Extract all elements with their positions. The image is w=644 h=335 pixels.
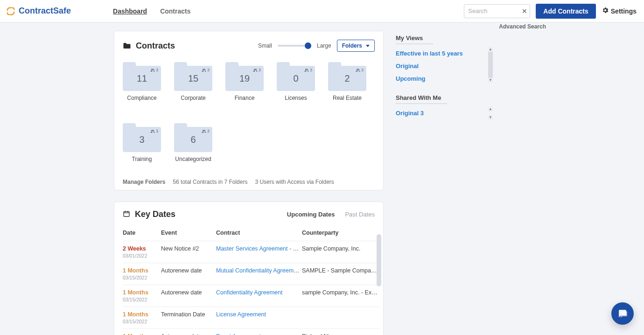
contracts-title: Contracts	[136, 41, 175, 51]
folder-label: Real Estate	[328, 95, 366, 101]
tab-upcoming-dates[interactable]: Upcoming Dates	[287, 211, 335, 218]
svg-rect-0	[124, 211, 129, 216]
folder-count: 6	[190, 134, 196, 145]
folder-shape: 153	[174, 62, 212, 91]
folder-label: Finance	[225, 95, 264, 101]
keydates-vscroll[interactable]	[377, 234, 381, 286]
cell-contract: Event Agreement	[216, 329, 302, 335]
scroll-down-icon[interactable]: ▼	[488, 78, 493, 83]
logo[interactable]: ContractSafe	[4, 6, 71, 16]
right-column: My Views Effective in last 5 yearsOrigin…	[396, 31, 493, 129]
scroll-thumb[interactable]	[488, 52, 493, 78]
nav-dashboard[interactable]: Dashboard	[113, 7, 147, 15]
folder-label: Training	[123, 156, 161, 162]
main: Contracts Small Large Folders 113Complia…	[0, 22, 644, 335]
folder-tile[interactable]: 33Training	[123, 123, 161, 170]
settings-link[interactable]: Settings	[602, 7, 637, 15]
scroll-up-icon[interactable]: ▲	[488, 107, 493, 112]
saved-view-link[interactable]: Effective in last 5 years	[396, 47, 486, 60]
folder-label: Licenses	[277, 95, 315, 101]
cell-date: 1 Months03/15/2022	[123, 307, 161, 329]
nav-contracts[interactable]: Contracts	[160, 7, 190, 15]
keydates-card: Key Dates Upcoming Dates Past Dates Date…	[114, 202, 384, 335]
contract-link[interactable]: Confidentiality Agreement	[216, 289, 282, 296]
folders-grid: 113Compliance153Corporate193Finance03Lic…	[123, 62, 375, 170]
folder-count: 19	[239, 73, 250, 84]
folders-dropdown[interactable]: Folders	[337, 40, 375, 52]
cell-contract: Confidentiality Agreement	[216, 285, 302, 307]
contract-link[interactable]: License Agreement	[216, 311, 266, 318]
col-event[interactable]: Event	[161, 224, 216, 241]
folder-tile[interactable]: 153Corporate	[174, 62, 212, 109]
folder-count: 0	[293, 73, 298, 84]
folder-tile[interactable]: 03Licenses	[277, 62, 315, 109]
keydates-table: Date Event Contract Counterparty 2 Weeks…	[123, 224, 380, 335]
header: ContractSafe Dashboard Contracts ✕ Add C…	[0, 0, 644, 22]
chat-bubble[interactable]	[611, 302, 634, 325]
cell-counterparty: SAMPLE - Sample Company, Inc.	[302, 263, 380, 285]
header-right: ✕ Add Contracts Settings	[464, 4, 637, 19]
folder-tile[interactable]: 63Uncategorized	[174, 123, 212, 170]
saved-view-link[interactable]: Original	[396, 60, 486, 72]
folder-users: 3	[253, 68, 261, 72]
cell-date: 1 Months03/15/2022	[123, 285, 161, 307]
folder-users: 3	[304, 68, 312, 72]
users-icon	[150, 68, 155, 72]
search-input[interactable]	[464, 4, 530, 18]
gear-icon	[602, 7, 609, 15]
users-icon	[304, 68, 309, 72]
my-views-section: My Views Effective in last 5 yearsOrigin…	[396, 35, 493, 85]
table-row: 1 Months03/15/2022Termination DateLicens…	[123, 307, 380, 329]
folder-tile[interactable]: 113Compliance	[123, 62, 161, 109]
folder-count: 2	[344, 73, 350, 84]
chat-icon	[617, 308, 628, 319]
size-slider[interactable]	[278, 45, 311, 47]
folder-label: Uncategorized	[174, 156, 212, 162]
folder-tile[interactable]: 193Finance	[225, 62, 264, 109]
search-clear-icon[interactable]: ✕	[522, 7, 527, 15]
shared-with-me-scroll[interactable]: ▲ ▼	[488, 107, 493, 120]
calendar-icon	[123, 210, 130, 219]
users-icon	[150, 129, 155, 133]
folder-count: 3	[139, 134, 144, 145]
contract-link[interactable]: Event Agreement	[216, 333, 261, 335]
add-contracts-button[interactable]: Add Contracts	[536, 4, 595, 19]
folder-shape: 63	[174, 123, 212, 152]
my-views-scroll[interactable]: ▲ ▼	[488, 47, 493, 83]
contract-link[interactable]: Master Services Agreement - Unit #1	[216, 245, 302, 252]
folder-count: 11	[137, 73, 147, 84]
primary-nav: Dashboard Contracts	[113, 7, 190, 15]
contract-link[interactable]: Mutual Confidentiality Agreement	[216, 267, 301, 274]
size-slider-thumb[interactable]	[305, 42, 311, 49]
chevron-down-icon	[366, 45, 370, 47]
col-date[interactable]: Date	[123, 224, 161, 241]
users-icon	[202, 68, 206, 72]
cell-contract: Master Services Agreement - Unit #1	[216, 241, 302, 263]
my-views-heading: My Views	[396, 35, 433, 44]
cell-counterparty: Sample Company, Inc.	[302, 241, 380, 263]
folder-shape: 23	[328, 62, 366, 91]
logo-text: ContractSafe	[19, 6, 71, 16]
col-contract[interactable]: Contract	[216, 224, 302, 241]
folder-label: Corporate	[174, 95, 212, 101]
col-counterparty[interactable]: Counterparty	[302, 224, 380, 241]
keydates-title: Key Dates	[135, 209, 175, 219]
contracts-summary-total: 56 total Contracts in 7 Folders	[173, 179, 247, 185]
cell-contract: Mutual Confidentiality Agreement	[216, 263, 302, 285]
folder-tile[interactable]: 23Real Estate	[328, 62, 366, 109]
contracts-summary-access: 3 Users with Access via Folders	[255, 179, 334, 185]
folder-label: Compliance	[123, 95, 161, 101]
folder-shape: 03	[277, 62, 315, 91]
tab-past-dates[interactable]: Past Dates	[345, 211, 375, 218]
saved-view-link[interactable]: Original 3	[396, 107, 486, 119]
cell-event: Autorenew date	[161, 329, 216, 335]
folder-users: 3	[150, 68, 158, 72]
cell-date: 2 Weeks03/01/2022	[123, 241, 161, 263]
saved-view-link[interactable]: Upcoming	[396, 72, 486, 85]
folders-dropdown-label: Folders	[342, 42, 362, 49]
scroll-up-icon[interactable]: ▲	[488, 47, 493, 52]
cell-event: New Notice #2	[161, 241, 216, 263]
scroll-down-icon[interactable]: ▼	[488, 115, 493, 120]
cell-date: 1 Months03/15/2022	[123, 263, 161, 285]
manage-folders-link[interactable]: Manage Folders	[123, 179, 165, 185]
